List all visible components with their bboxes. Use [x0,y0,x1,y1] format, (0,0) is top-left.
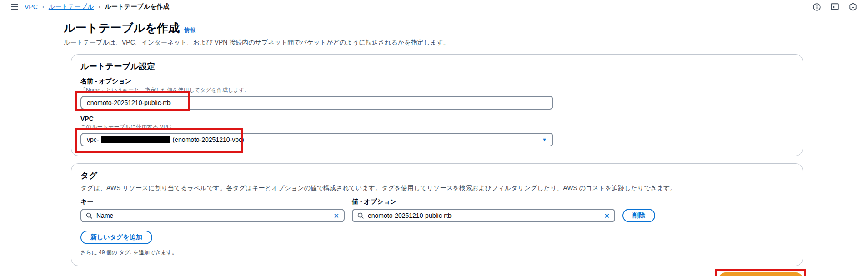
breadcrumb-bar: VPC › ルートテーブル › ルートテーブルを作成 [0,0,868,14]
create-route-table-button[interactable]: ルートテーブルを作成 [718,272,803,276]
tags-card-title: タグ [80,170,793,181]
cloudshell-icon[interactable] [831,3,839,11]
vpc-field-help: このルートテーブルに使用する VPC。 [80,123,793,131]
vpc-select-value-prefix: vpc- [87,136,99,143]
hexagon-extension-icon[interactable] [849,3,857,11]
add-new-tag-button[interactable]: 新しいタグを追加 [80,231,152,244]
vpc-select-value-suffix: (enomoto-20251210-vpc) [172,136,244,143]
tags-card-description: タグは、AWS リソースに割り当てるラベルです。各タグはキーとオプションの値で構… [80,184,793,192]
tag-key-value: Name [96,212,330,219]
info-link[interactable]: 情報 [185,26,196,34]
redacted-vpc-id [101,136,170,143]
vpc-field: VPC このルートテーブルに使用する VPC。 vpc-(enomoto-202… [80,115,793,146]
tag-value-label: 値 - オプション [352,198,615,206]
tag-key-input[interactable]: Name ✕ [80,209,345,222]
page-title: ルートテーブルを作成 [64,20,180,35]
breadcrumb-current-page: ルートテーブルを作成 [105,3,169,11]
search-icon [357,212,364,219]
tags-card: タグ タグは、AWS リソースに割り当てるラベルです。各タグはキーとオプションの… [71,163,803,266]
name-field-label: 名前 - オプション [80,77,793,85]
tag-value-input[interactable]: enomoto-20251210-public-rtb ✕ [352,209,615,222]
name-field-help: 「Name」というキーと、指定した値を使用してタグを作成します。 [80,86,793,94]
chevron-down-icon: ▼ [542,137,547,142]
breadcrumb: VPC › ルートテーブル › ルートテーブルを作成 [25,3,169,11]
tag-key-label: キー [80,198,345,206]
vpc-select[interactable]: vpc-(enomoto-20251210-vpc) ▼ [80,133,553,146]
search-icon [86,212,93,219]
name-input[interactable] [80,96,553,110]
name-field: 名前 - オプション 「Name」というキーと、指定した値を使用してタグを作成し… [80,77,793,110]
route-table-settings-card: ルートテーブル設定 名前 - オプション 「Name」というキーと、指定した値を… [71,54,803,156]
vpc-field-label: VPC [80,115,793,122]
tag-value-value: enomoto-20251210-public-rtb [368,212,600,219]
delete-tag-button[interactable]: 削除 [622,209,655,222]
settings-card-title: ルートテーブル設定 [80,61,793,72]
info-icon[interactable] [813,3,821,11]
page-description: ルートテーブルは、VPC、インターネット、および VPN 接続内のサブネット間で… [64,39,803,47]
breadcrumb-separator-icon: › [42,4,44,10]
hamburger-menu-icon[interactable] [11,4,18,10]
clear-value-icon[interactable]: ✕ [604,212,610,219]
form-actions: キャンセル ルートテーブルを作成 [71,272,803,276]
remaining-tags-text: さらに 49 個の タグ. を追加できます。 [80,249,793,256]
tag-row: キー Name ✕ 値 - オプション enomoto-20251210-pub… [80,198,793,222]
breadcrumb-separator-icon: › [98,4,100,10]
breadcrumb-route-tables[interactable]: ルートテーブル [49,3,94,11]
breadcrumb-vpc[interactable]: VPC [25,3,38,10]
main-content: ルートテーブルを作成 情報 ルートテーブルは、VPC、インターネット、および V… [0,14,868,276]
clear-key-icon[interactable]: ✕ [333,212,339,219]
